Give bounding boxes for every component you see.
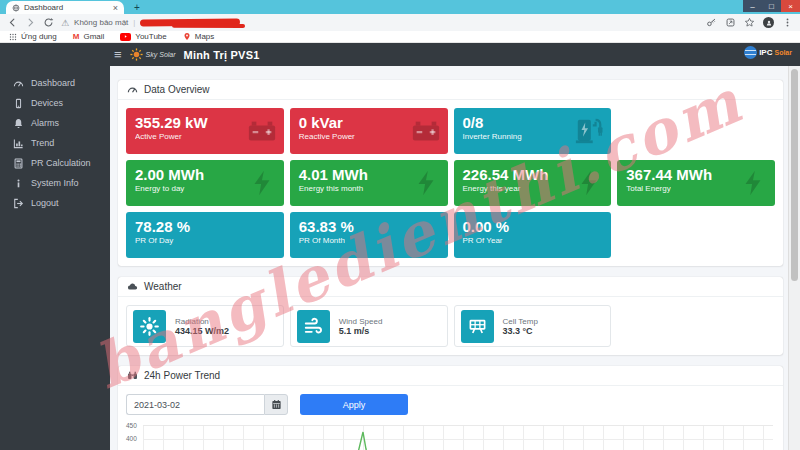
vertical-scrollbar[interactable]: [788, 66, 800, 450]
metric-label: PR Of Month: [299, 236, 439, 245]
address-bar: ⚠ Không bảo mật |: [0, 14, 800, 31]
skysolar-logo-text: Sky Solar: [146, 51, 176, 58]
browser-tab[interactable]: Dashboard ×: [6, 1, 124, 14]
apply-button[interactable]: Apply: [300, 394, 408, 415]
bookmark-apps-label: Ứng dụng: [21, 32, 57, 41]
bookmarks-bar: Ứng dụng M Gmail YouTube Maps: [0, 31, 800, 43]
weather-value: 33.3 °C: [503, 326, 538, 336]
sidebar-item-label: Logout: [31, 198, 59, 208]
apps-grid-icon: [9, 33, 17, 41]
bolt-icon: [411, 169, 441, 201]
key-icon[interactable]: [706, 17, 717, 28]
reload-icon[interactable]: [43, 17, 54, 28]
metric-inverter-running: 0/8 Inverter Running: [454, 108, 612, 154]
sidebar-item-pr-calculation[interactable]: PR Calculation: [0, 153, 110, 173]
ipc-logo-text: IPC: [759, 48, 772, 57]
ipc-logo-solar-text: Solar: [774, 49, 792, 56]
weather-value: 5.1 m/s: [339, 326, 383, 336]
url-divider: |: [133, 18, 135, 27]
new-tab-button[interactable]: +: [134, 1, 140, 14]
sidebar-item-trend[interactable]: Trend: [0, 133, 110, 153]
bookmark-star-icon[interactable]: [744, 17, 755, 28]
calendar-icon: [271, 399, 282, 410]
bookmark-gmail-label: Gmail: [83, 32, 104, 41]
app-navbar: ≡ Sky Solar Minh Trị PVS1 IPC Solar: [0, 43, 800, 66]
weather-label: Radiation: [175, 317, 229, 326]
wind-icon: [297, 310, 330, 343]
metric-value: 0.00 %: [463, 217, 603, 236]
metric-value: 78.28 %: [135, 217, 275, 236]
logout-icon: [13, 198, 24, 209]
window-close-button[interactable]: ×: [781, 0, 800, 12]
section-title: 24h Power Trend: [144, 370, 220, 381]
window-minimize-button[interactable]: –: [743, 0, 762, 12]
profile-avatar[interactable]: [763, 17, 774, 28]
overview-dashboard-icon: [127, 84, 138, 95]
bolt-icon: [247, 169, 277, 201]
grid-spacer: [617, 108, 775, 154]
sidebar: Dashboard Devices Alarms Trend PR Calcul…: [0, 66, 110, 450]
tab-title: Dashboard: [24, 3, 109, 12]
metric-pr-day: 78.28 % PR Of Day: [126, 212, 284, 258]
bookmark-apps[interactable]: Ứng dụng: [9, 32, 57, 41]
metric-reactive-power: 0 kVar Reactive Power: [290, 108, 448, 154]
binoculars-icon: [127, 370, 138, 381]
metric-energy-month: 4.01 MWh Energy this month: [290, 160, 448, 206]
info-icon: [13, 178, 24, 189]
solar-panel-icon: [461, 310, 494, 343]
bookmark-maps[interactable]: Maps: [183, 32, 215, 41]
plant-title: Minh Trị PVS1: [184, 49, 260, 61]
tab-strip: Dashboard × + – □ ×: [0, 0, 800, 14]
metric-grid: 355.29 kW Active Power 0 kVar Reactive P…: [126, 108, 775, 258]
metric-energy-year: 226.54 MWh Energy this year: [454, 160, 612, 206]
bolt-icon: [738, 169, 768, 201]
sidebar-item-dashboard[interactable]: Dashboard: [0, 73, 110, 93]
power-trend-header: 24h Power Trend: [118, 366, 783, 386]
sidebar-item-alarms[interactable]: Alarms: [0, 113, 110, 133]
power-trend-chart: 450 400: [126, 422, 775, 450]
battery-icon: [247, 117, 277, 149]
sidebar-toggle-icon[interactable]: ≡: [114, 48, 122, 61]
scrollbar-thumb[interactable]: [791, 69, 798, 281]
sidebar-item-devices[interactable]: Devices: [0, 93, 110, 113]
power-trend-card: 24h Power Trend Apply 450 400: [118, 366, 783, 450]
window-maximize-button[interactable]: □: [762, 0, 781, 12]
back-icon[interactable]: [7, 17, 18, 28]
main-content: Data Overview 355.29 kW Active Power 0 k…: [110, 66, 788, 450]
metric-total-energy: 367.44 MWh Total Energy: [617, 160, 775, 206]
chart-icon: [13, 138, 24, 149]
y-axis-tick: 400: [126, 435, 137, 442]
metric-label: PR Of Day: [135, 236, 275, 245]
cloud-icon: [127, 281, 138, 292]
url-field[interactable]: ⚠ Không bảo mật |: [61, 18, 699, 28]
page-action-icon[interactable]: [725, 17, 736, 28]
sidebar-item-label: Trend: [31, 138, 54, 148]
weather-card: Weather Radiation 434.15 W/m2: [118, 277, 783, 355]
app-root: ≡ Sky Solar Minh Trị PVS1 IPC Solar Dash…: [0, 43, 800, 450]
bolt-icon: [574, 169, 604, 201]
metric-label: PR Of Year: [463, 236, 603, 245]
metric-pr-year: 0.00 % PR Of Year: [454, 212, 612, 258]
forward-icon[interactable]: [25, 17, 36, 28]
metric-pr-month: 63.83 % PR Of Month: [290, 212, 448, 258]
date-input[interactable]: [126, 394, 264, 415]
sidebar-item-label: Alarms: [31, 118, 59, 128]
devices-icon: [13, 98, 24, 109]
menu-dots-icon[interactable]: [782, 17, 793, 28]
bookmark-youtube[interactable]: YouTube: [120, 32, 166, 41]
charging-station-icon: [574, 117, 604, 149]
sidebar-item-logout[interactable]: Logout: [0, 193, 110, 213]
sidebar-item-label: Devices: [31, 98, 63, 108]
redacted-url-marker: [140, 18, 240, 26]
sidebar-item-system-info[interactable]: System Info: [0, 173, 110, 193]
section-title: Data Overview: [144, 84, 210, 95]
tab-close-icon[interactable]: ×: [113, 3, 118, 13]
bookmark-gmail[interactable]: M Gmail: [73, 32, 105, 41]
ipc-solar-logo: IPC Solar: [744, 46, 792, 59]
bell-icon: [13, 118, 24, 129]
maps-pin-icon: [183, 32, 191, 41]
window-controls: – □ ×: [743, 0, 800, 12]
calendar-button[interactable]: [264, 394, 288, 415]
security-warning-icon: ⚠: [61, 18, 69, 28]
security-warning-text: Không bảo mật: [74, 18, 128, 27]
